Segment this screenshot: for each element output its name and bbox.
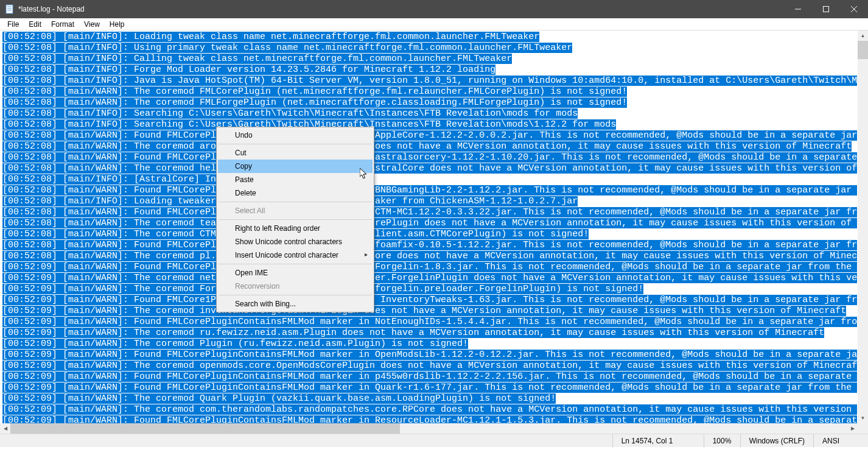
menu-file[interactable]: File — [2, 19, 24, 30]
context-menu-undo[interactable]: Undo — [218, 129, 373, 142]
titlebar: *latest.log - Notepad — [0, 0, 868, 18]
context-menu-right-to-left-reading-order[interactable]: Right to left Reading order — [218, 222, 373, 235]
text-editor[interactable]: [00:52:08] [main/INFO]: Loading tweak cl… — [0, 30, 857, 424]
scroll-down-arrow[interactable]: ▼ — [858, 413, 868, 423]
context-menu-separator — [219, 202, 372, 202]
context-menu-open-ime[interactable]: Open IME — [218, 266, 373, 280]
context-menu-delete[interactable]: Delete — [218, 186, 373, 200]
context-menu-separator — [219, 144, 372, 144]
context-menu-show-unicode-control-characters[interactable]: Show Unicode control characters — [218, 235, 373, 248]
context-menu: UndoCutCopyPasteDeleteSelect AllRight to… — [216, 127, 374, 312]
context-menu-insert-unicode-control-character[interactable]: Insert Unicode control character — [218, 248, 373, 262]
minimize-button[interactable] — [784, 0, 812, 18]
context-menu-separator — [219, 295, 372, 295]
svg-rect-0 — [6, 5, 13, 13]
menu-format[interactable]: Format — [46, 19, 79, 30]
scroll-left-arrow[interactable]: ◀ — [0, 423, 10, 434]
vertical-scroll-thumb[interactable] — [858, 41, 868, 59]
menubar: File Edit Format View Help — [0, 18, 868, 30]
vertical-scrollbar[interactable]: ▲ ▼ — [858, 30, 868, 423]
window-title: *latest.log - Notepad — [18, 5, 784, 13]
context-menu-search-with-bing[interactable]: Search with Bing... — [218, 297, 373, 311]
close-button[interactable] — [840, 0, 868, 18]
status-line-ending: Windows (CRLF) — [740, 434, 813, 448]
context-menu-reconversion: Reconversion — [218, 280, 373, 293]
notepad-icon — [5, 4, 15, 14]
menu-edit[interactable]: Edit — [24, 19, 46, 30]
horizontal-scroll-thumb[interactable] — [10, 423, 400, 434]
statusbar: Ln 14574, Col 1 100% Windows (CRLF) ANSI — [0, 434, 868, 447]
scroll-corner — [858, 423, 868, 434]
status-position: Ln 14574, Col 1 — [612, 434, 704, 448]
maximize-button[interactable] — [812, 0, 840, 18]
svg-rect-5 — [824, 7, 829, 12]
horizontal-scrollbar[interactable]: ◀ ▶ — [0, 423, 858, 434]
menu-help[interactable]: Help — [105, 19, 130, 30]
status-zoom: 100% — [704, 434, 740, 448]
context-menu-copy[interactable]: Copy — [218, 160, 373, 173]
context-menu-separator — [219, 219, 372, 220]
menu-view[interactable]: View — [79, 19, 105, 30]
context-menu-cut[interactable]: Cut — [218, 146, 373, 160]
scroll-up-arrow[interactable]: ▲ — [858, 30, 868, 41]
content-area: [00:52:08] [main/INFO]: Loading tweak cl… — [0, 30, 868, 434]
context-menu-separator — [219, 264, 372, 264]
context-menu-paste[interactable]: Paste — [218, 173, 373, 186]
context-menu-select-all: Select All — [218, 204, 373, 217]
scroll-right-arrow[interactable]: ▶ — [847, 423, 858, 434]
status-encoding: ANSI — [813, 434, 868, 448]
